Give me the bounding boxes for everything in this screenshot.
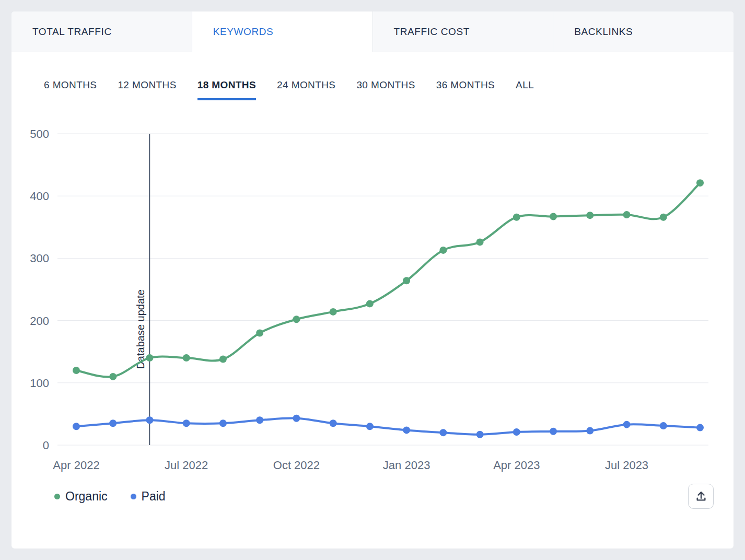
svg-text:0: 0 <box>43 439 49 452</box>
svg-text:Apr 2023: Apr 2023 <box>493 459 540 472</box>
svg-text:Jul 2022: Jul 2022 <box>165 459 208 472</box>
svg-text:Oct 2022: Oct 2022 <box>273 459 320 472</box>
svg-text:300: 300 <box>30 252 49 265</box>
range-36-months[interactable]: 36 MONTHS <box>436 79 495 100</box>
legend-item-paid[interactable]: Paid <box>131 489 166 504</box>
range-18-months[interactable]: 18 MONTHS <box>197 79 256 100</box>
export-button[interactable] <box>688 484 714 509</box>
legend-label: Organic <box>65 489 108 504</box>
paid-dot-icon <box>131 494 136 499</box>
range-30-months[interactable]: 30 MONTHS <box>356 79 415 100</box>
chart-svg: 0100200300400500Apr 2022Jul 2022Oct 2022… <box>11 121 734 472</box>
chart-footer: Organic Paid <box>11 474 734 509</box>
report-card: TOTAL TRAFFIC KEYWORDS TRAFFIC COST BACK… <box>11 11 734 549</box>
tab-label: BACKLINKS <box>574 26 633 38</box>
tab-label: TOTAL TRAFFIC <box>32 26 112 38</box>
svg-text:500: 500 <box>30 127 49 141</box>
tab-total-traffic[interactable]: TOTAL TRAFFIC <box>11 11 192 52</box>
organic-dot-icon <box>54 494 60 499</box>
chart-legend: Organic Paid <box>54 489 166 504</box>
legend-item-organic[interactable]: Organic <box>54 489 108 504</box>
svg-text:Jul 2023: Jul 2023 <box>605 459 648 472</box>
svg-text:Apr 2022: Apr 2022 <box>53 459 99 472</box>
tab-traffic-cost[interactable]: TRAFFIC COST <box>372 11 553 52</box>
tab-keywords[interactable]: KEYWORDS <box>192 11 372 52</box>
range-12-months[interactable]: 12 MONTHS <box>118 79 176 100</box>
range-24-months[interactable]: 24 MONTHS <box>277 79 335 100</box>
range-6-months[interactable]: 6 MONTHS <box>44 79 97 100</box>
keywords-line-chart: 0100200300400500Apr 2022Jul 2022Oct 2022… <box>11 121 734 474</box>
tab-label: TRAFFIC COST <box>394 26 470 38</box>
time-range-selector: 6 MONTHS 12 MONTHS 18 MONTHS 24 MONTHS 3… <box>44 79 734 100</box>
legend-label: Paid <box>142 489 166 504</box>
svg-text:Database update: Database update <box>135 289 146 369</box>
svg-text:400: 400 <box>30 190 49 203</box>
svg-text:100: 100 <box>30 377 49 390</box>
svg-text:Jan 2023: Jan 2023 <box>383 459 430 472</box>
tab-backlinks[interactable]: BACKLINKS <box>553 11 734 52</box>
upload-icon <box>695 491 707 502</box>
tab-label: KEYWORDS <box>213 26 274 38</box>
svg-text:200: 200 <box>30 314 49 328</box>
top-tabbar: TOTAL TRAFFIC KEYWORDS TRAFFIC COST BACK… <box>11 11 734 52</box>
range-all[interactable]: ALL <box>516 79 534 100</box>
